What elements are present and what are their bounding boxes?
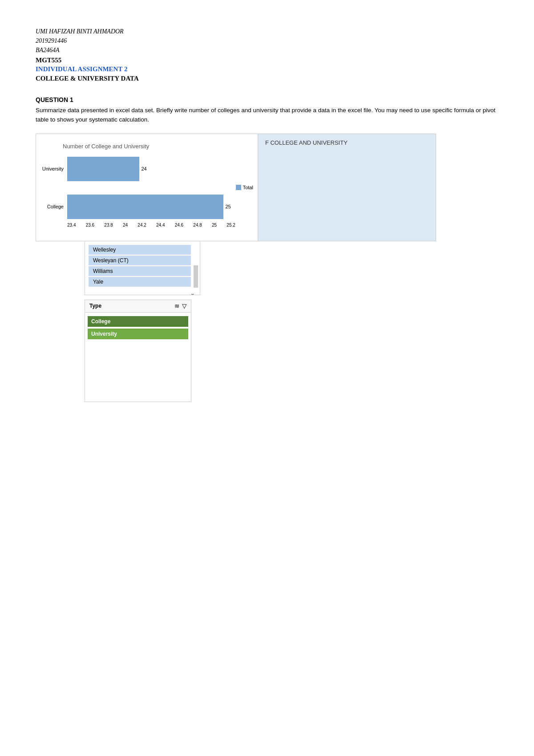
- scrollbar[interactable]: [194, 265, 198, 288]
- x-tick-1: 23.4: [67, 223, 76, 228]
- course: MGT555: [36, 55, 498, 65]
- x-tick-6: 24.4: [156, 223, 165, 228]
- question-text: Summarize data presented in excel data s…: [36, 106, 498, 125]
- chart-title: Number of College and University: [63, 143, 253, 150]
- chart-left: Number of College and University Univers…: [36, 134, 258, 241]
- subtitle: COLLEGE & UNIVERSITY DATA: [36, 73, 498, 84]
- filter-icon[interactable]: ▽: [182, 303, 186, 309]
- filter-item-williams[interactable]: Williams: [89, 266, 191, 276]
- filter-list: Wellesley Wesleyan (CT) Williams Yale ⌄: [85, 241, 200, 295]
- x-tick-3: 23.8: [104, 223, 113, 228]
- chart-legend: Total: [236, 185, 253, 190]
- student-name: UMI HAFIZAH BINTI AHMADOR: [36, 27, 498, 36]
- bar-fill-university: [67, 157, 139, 181]
- chart-right-title: F COLLEGE AND UNIVERSITY: [265, 139, 429, 146]
- x-tick-7: 24.6: [175, 223, 183, 228]
- filter-item-wesleyan[interactable]: Wesleyan (CT): [89, 256, 191, 265]
- filter-item-yale[interactable]: Yale: [89, 277, 191, 287]
- x-tick-10: 25.2: [227, 223, 235, 228]
- x-tick-2: 23.6: [86, 223, 94, 228]
- type-panel-body: College University: [85, 313, 191, 402]
- legend-color-box: [236, 185, 241, 190]
- program: BA2464A: [36, 45, 498, 55]
- type-item-college[interactable]: College: [88, 316, 188, 327]
- bar-chart: University 24 College 25: [67, 157, 235, 219]
- type-icons: ≋ ▽: [174, 303, 186, 309]
- type-header-label: Type: [89, 303, 101, 309]
- bar-label-university: University: [37, 166, 64, 171]
- assignment: INDIVIDUAL ASSIGNMENT 2: [36, 65, 498, 73]
- type-header: Type ≋ ▽: [85, 300, 191, 313]
- bar-row-university: University 24: [67, 157, 235, 181]
- type-item-university[interactable]: University: [88, 329, 188, 339]
- panels-wrapper: Wellesley Wesleyan (CT) Williams Yale ⌄ …: [85, 241, 191, 402]
- bar-fill-college: [67, 195, 223, 219]
- bar-row-college: College 25: [67, 195, 235, 219]
- question-title: QUESTION 1: [36, 96, 498, 103]
- sort-icon[interactable]: ≋: [174, 303, 179, 309]
- chart-right: F COLLEGE AND UNIVERSITY: [258, 134, 436, 241]
- scroll-down-icon[interactable]: ⌄: [85, 289, 200, 295]
- filter-item-wellesley[interactable]: Wellesley: [89, 245, 191, 255]
- bar-container-university: 24: [67, 157, 235, 181]
- x-tick-5: 24.2: [138, 223, 146, 228]
- legend-label: Total: [243, 185, 253, 190]
- question-section: QUESTION 1 Summarize data presented in e…: [36, 96, 498, 125]
- bar-container-college: 25: [67, 195, 235, 219]
- x-tick-9: 25: [212, 223, 217, 228]
- header-section: UMI HAFIZAH BINTI AHMADOR 2019291446 BA2…: [36, 27, 498, 84]
- filter-panel[interactable]: Wellesley Wesleyan (CT) Williams Yale ⌄: [85, 241, 200, 295]
- bar-label-college: College: [37, 204, 64, 209]
- chart-area: Number of College and University Univers…: [36, 134, 436, 241]
- student-id: 2019291446: [36, 36, 498, 45]
- type-panel: Type ≋ ▽ College University: [85, 300, 191, 402]
- x-tick-8: 24.8: [193, 223, 202, 228]
- bar-value-college: 25: [225, 204, 231, 209]
- x-axis: 23.4 23.6 23.8 24 24.2 24.4 24.6 24.8 25…: [67, 223, 235, 228]
- bar-value-university: 24: [141, 166, 146, 171]
- x-tick-4: 24: [123, 223, 128, 228]
